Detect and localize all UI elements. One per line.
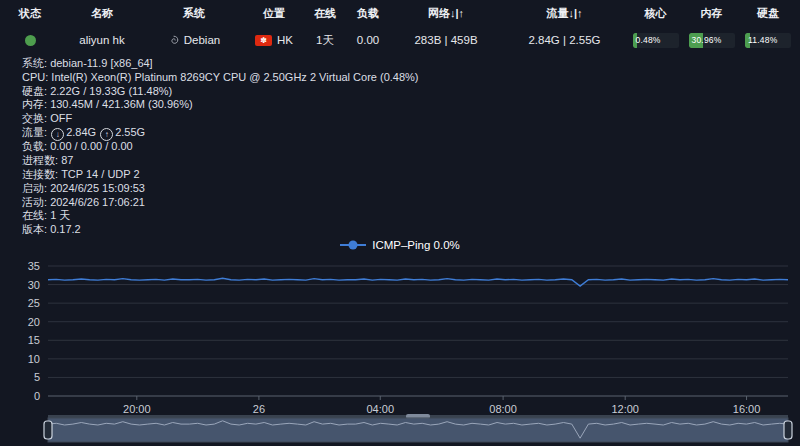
x-tick-label: 12:00 bbox=[611, 403, 639, 415]
detail-value: 130.45M / 421.36M (30.96%) bbox=[50, 98, 192, 110]
detail-label: 在线: bbox=[22, 209, 50, 221]
y-tick-label: 15 bbox=[28, 334, 40, 346]
server-system-label: Debian bbox=[184, 34, 220, 46]
detail-label: 活动: bbox=[22, 196, 50, 208]
detail-label: 系统: bbox=[22, 57, 50, 69]
detail-value: 2.55G bbox=[115, 126, 145, 138]
server-memory-cell: 30.96% bbox=[684, 33, 739, 48]
detail-connections: 连接数: TCP 14 / UDP 2 bbox=[22, 168, 790, 182]
y-tick-label: 10 bbox=[28, 353, 40, 365]
detail-cpu: CPU: Intel(R) Xeon(R) Platinum 8269CY CP… bbox=[22, 71, 790, 85]
column-header-location: 位置 bbox=[244, 6, 304, 21]
ping-chart[interactable]: 0510152025303520:002604:0008:0012:0016:0… bbox=[0, 255, 800, 446]
detail-value: 2.84G bbox=[66, 126, 99, 138]
x-tick-label: 04:00 bbox=[366, 403, 394, 415]
server-traffic: 2.84G | 2.55G bbox=[502, 34, 627, 46]
detail-label: 进程数: bbox=[22, 154, 61, 166]
detail-value: TCP 14 / UDP 2 bbox=[61, 168, 139, 180]
detail-value: 87 bbox=[61, 154, 73, 166]
detail-value: 2024/6/25 15:09:53 bbox=[50, 182, 145, 194]
detail-label: 交换: bbox=[22, 112, 50, 124]
column-header-disk: 硬盘 bbox=[739, 6, 797, 21]
online-status-dot bbox=[25, 35, 36, 46]
core-usage-bar: 0.48% bbox=[633, 33, 679, 48]
detail-processes: 进程数: 87 bbox=[22, 154, 790, 168]
disk-usage-label: 11.48% bbox=[748, 35, 777, 45]
detail-label: CPU: bbox=[22, 71, 51, 83]
legend-line-icon bbox=[340, 240, 366, 250]
column-header-online: 在线 bbox=[304, 6, 346, 21]
detail-label: 启动: bbox=[22, 182, 50, 194]
y-tick-label: 35 bbox=[28, 260, 40, 272]
column-header-core: 核心 bbox=[627, 6, 684, 21]
server-name: aliyun hk bbox=[60, 34, 144, 46]
x-tick-label: 16:00 bbox=[733, 403, 761, 415]
server-monitor-page: { "colors": { "background": "#131722", "… bbox=[0, 0, 800, 446]
column-header-memory: 内存 bbox=[684, 6, 739, 21]
detail-system: 系统: debian-11.9 [x86_64] bbox=[22, 57, 790, 71]
column-header-system: 系统 bbox=[144, 6, 244, 21]
detail-value: 0.17.2 bbox=[50, 223, 81, 235]
detail-label: 硬盘: bbox=[22, 85, 50, 97]
y-tick-label: 5 bbox=[34, 371, 40, 383]
detail-disk: 硬盘: 2.22G / 19.33G (11.48%) bbox=[22, 85, 790, 99]
disk-usage-bar: 11.48% bbox=[745, 33, 791, 48]
y-tick-label: 25 bbox=[28, 297, 40, 309]
details-list: 系统: debian-11.9 [x86_64]CPU: Intel(R) Xe… bbox=[22, 57, 790, 237]
server-disk-cell: 11.48% bbox=[739, 33, 797, 48]
y-tick-label: 30 bbox=[28, 279, 40, 291]
server-location-label: HK bbox=[277, 34, 293, 46]
column-header-network: 网络↓|↑ bbox=[390, 6, 502, 21]
server-row[interactable]: aliyun hk Debian ✽ HK 1天 0.00 283B | 459… bbox=[0, 26, 797, 54]
x-tick-label: 08:00 bbox=[489, 403, 517, 415]
detail-value: OFF bbox=[50, 112, 72, 124]
server-location: ✽ HK bbox=[244, 34, 304, 46]
y-tick-label: 20 bbox=[28, 316, 40, 328]
server-load: 0.00 bbox=[346, 34, 390, 46]
detail-swap: 交换: OFF bbox=[22, 112, 790, 126]
detail-online: 在线: 1 天 bbox=[22, 209, 790, 223]
server-status-cell bbox=[0, 35, 60, 46]
legend-label: ICMP–Ping 0.0% bbox=[372, 239, 460, 251]
column-header-status: 状态 bbox=[0, 6, 60, 21]
detail-label: 流量: bbox=[22, 126, 50, 138]
memory-usage-label: 30.96% bbox=[692, 35, 722, 45]
detail-value: 2024/6/26 17:06:21 bbox=[50, 196, 145, 208]
detail-label: 内存: bbox=[22, 98, 50, 110]
detail-active: 活动: 2024/6/26 17:06:21 bbox=[22, 196, 790, 210]
column-header-load: 负载 bbox=[346, 6, 390, 21]
detail-label: 负载: bbox=[22, 140, 50, 152]
core-usage-label: 0.48% bbox=[636, 35, 661, 45]
column-header-traffic: 流量↓|↑ bbox=[502, 6, 627, 21]
server-network: 283B | 459B bbox=[390, 34, 502, 46]
column-header-name: 名称 bbox=[60, 6, 144, 21]
datazoom-selected-range[interactable] bbox=[48, 418, 788, 442]
detail-label: 版本: bbox=[22, 223, 50, 235]
detail-traffic: 流量: ↓2.84G ↑2.55G bbox=[22, 126, 790, 141]
detail-memory: 内存: 130.45M / 421.36M (30.96%) bbox=[22, 98, 790, 112]
detail-boot: 启动: 2024/6/25 15:09:53 bbox=[22, 182, 790, 196]
datazoom-left-handle[interactable] bbox=[44, 421, 52, 439]
x-tick-label: 26 bbox=[253, 403, 265, 415]
datazoom-right-handle[interactable] bbox=[784, 421, 792, 439]
debian-icon bbox=[168, 34, 180, 46]
detail-value: 0.00 / 0.00 / 0.00 bbox=[50, 140, 133, 152]
table-header: 状态名称系统位置在线负载网络↓|↑流量↓|↑核心内存硬盘 bbox=[0, 0, 797, 26]
y-tick-label: 0 bbox=[34, 390, 40, 402]
detail-label: 连接数: bbox=[22, 168, 61, 180]
detail-value: debian-11.9 [x86_64] bbox=[50, 57, 153, 69]
hk-flag-icon: ✽ bbox=[255, 35, 272, 46]
x-tick-label: 20:00 bbox=[123, 403, 151, 415]
server-online-duration: 1天 bbox=[304, 33, 346, 48]
detail-load: 负载: 0.00 / 0.00 / 0.00 bbox=[22, 140, 790, 154]
detail-value: Intel(R) Xeon(R) Platinum 8269CY CPU @ 2… bbox=[51, 71, 418, 83]
detail-value: 1 天 bbox=[50, 209, 70, 221]
detail-version: 版本: 0.17.2 bbox=[22, 223, 790, 237]
detail-value: 2.22G / 19.33G (11.48%) bbox=[50, 85, 172, 97]
server-system: Debian bbox=[144, 34, 244, 46]
server-core-cell: 0.48% bbox=[627, 33, 684, 48]
memory-usage-bar: 30.96% bbox=[689, 33, 735, 48]
chart-legend[interactable]: ICMP–Ping 0.0% bbox=[0, 239, 800, 251]
